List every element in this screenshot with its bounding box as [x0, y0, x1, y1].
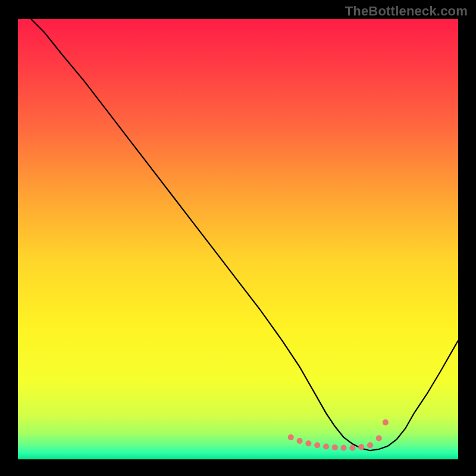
marker-dot — [383, 419, 389, 425]
chart-frame: TheBottleneck.com — [0, 0, 476, 476]
marker-dot — [305, 440, 311, 446]
marker-dot — [314, 442, 320, 448]
marker-dot — [297, 438, 303, 444]
marker-dot — [358, 444, 364, 450]
marker-dot — [288, 434, 294, 440]
watermark-text: TheBottleneck.com — [345, 4, 468, 19]
plot-area — [18, 19, 458, 459]
marker-dot — [376, 435, 382, 441]
marker-dot — [367, 442, 373, 448]
marker-dot — [323, 444, 329, 450]
marker-dot — [341, 445, 347, 451]
chart-svg — [18, 19, 458, 459]
marker-dot — [349, 445, 355, 451]
marker-dot — [332, 444, 338, 450]
gradient-background — [18, 19, 458, 459]
